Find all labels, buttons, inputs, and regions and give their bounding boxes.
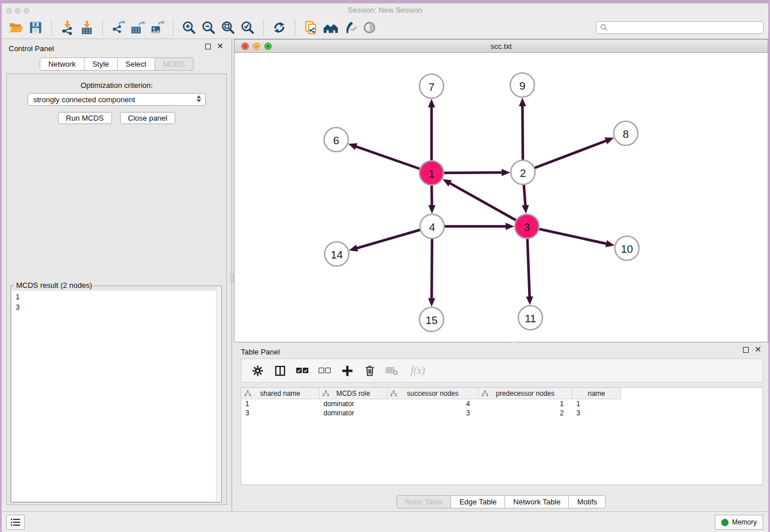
tab-motifs[interactable]: Motifs [569,495,606,508]
graph-node-11[interactable]: 11 [518,306,542,330]
settings-gear-icon[interactable] [251,364,264,377]
zoom-selected-icon[interactable] [239,19,256,36]
export-table-icon[interactable] [129,19,147,36]
svg-text:8: 8 [623,128,629,140]
graph-edge-3-1[interactable] [449,183,527,226]
select-all-icon[interactable] [296,364,309,377]
import-network-icon[interactable] [59,19,76,36]
table-cell: 1 [479,399,572,408]
task-history-button[interactable] [6,515,25,530]
table-cell: 3 [572,408,621,418]
control-panel-tabs: NetworkStyleSelectMCDS [2,57,232,71]
column-header-shared-name[interactable]: shared name [241,388,319,399]
toolbar-separator [102,20,103,36]
svg-text:2: 2 [520,167,526,179]
tab-network-table[interactable]: Network Table [505,495,569,508]
table-row[interactable]: 1dominator411 [241,399,763,408]
column-header-name[interactable]: name [572,388,621,399]
graph-node-7[interactable]: 7 [419,74,444,98]
search-input[interactable] [608,22,763,33]
svg-text:6: 6 [333,134,340,147]
svg-text:7: 7 [429,81,435,93]
edge-arrowhead-icon [502,169,510,176]
export-image-icon[interactable] [149,19,166,36]
tab-node-table[interactable]: Node Table [396,495,452,508]
network-home-icon[interactable] [322,19,339,36]
add-icon[interactable] [341,364,353,377]
float-table-panel-icon[interactable] [743,347,749,353]
mcds-panel: Optimization criterion: strongly connect… [6,74,227,505]
mcds-result-text[interactable]: 13 [12,291,220,501]
show-columns-icon[interactable] [274,364,286,377]
open-session-icon[interactable] [7,19,25,36]
network-window-title: scc.txt [234,40,768,53]
table-cell: 1 [241,399,319,408]
zoom-out-icon[interactable] [200,19,217,36]
edge-arrowhead-icon [522,205,529,214]
column-header-successor-nodes[interactable]: successor nodes [387,388,479,399]
delete-icon[interactable] [363,364,376,377]
tab-style[interactable]: Style [84,57,118,71]
apply-layout-icon[interactable] [271,19,288,36]
graph-node-14[interactable]: 14 [325,242,349,266]
tab-select[interactable]: Select [118,57,155,71]
table-panel: Table Panel ✕ [234,342,768,511]
graph-node-8[interactable]: 8 [614,121,638,145]
style-icon[interactable] [341,19,359,36]
svg-text:4: 4 [429,221,436,233]
float-panel-icon[interactable] [205,44,211,49]
tab-edge-table[interactable]: Edge Table [451,495,505,508]
main-toolbar [2,16,768,39]
table-cell: 2 [479,408,572,418]
run-mcds-button[interactable]: Run MCDS [58,112,112,124]
memory-button[interactable]: Memory [715,515,763,530]
column-header-predecessor-nodes[interactable]: predecessor nodes [479,388,572,399]
criterion-select[interactable]: strongly connected component [28,93,206,106]
table-row[interactable]: 3dominator323 [241,408,763,418]
scrollbar[interactable] [216,286,221,502]
close-panel-button[interactable]: Close panel [120,112,176,124]
svg-text:9: 9 [519,80,526,92]
close-panel-icon[interactable]: ✕ [217,41,224,51]
graphics-details-icon[interactable] [361,19,378,36]
panel-divider-grip[interactable] [230,273,234,283]
table-tabs: Node TableEdge TableNetwork TableMotifs [234,495,768,508]
toolbar-separator [295,20,295,36]
network-canvas[interactable]: 7968124314101511 [234,53,768,342]
zoom-in-icon[interactable] [180,19,198,36]
graph-node-9[interactable]: 9 [510,73,534,97]
column-header-label: successor nodes [407,390,459,398]
deselect-all-icon[interactable] [318,364,331,377]
clone-network-icon[interactable] [302,19,319,36]
graph-edge-2-8[interactable] [523,140,607,172]
graph-node-15[interactable]: 15 [419,307,444,331]
table-body: 1dominator4113dominator323 [241,399,763,418]
graph-node-2[interactable]: 2 [511,160,535,184]
graph-node-1[interactable]: 1 [419,161,444,185]
table-cell: 1 [572,399,621,408]
mcds-result-title: MCDS result (2 nodes) [14,281,94,290]
graph-node-4[interactable]: 4 [420,214,444,238]
tab-network[interactable]: Network [40,57,84,71]
export-network-icon[interactable] [110,19,127,36]
import-table-icon[interactable] [78,19,95,36]
svg-text:1: 1 [429,168,435,180]
column-header-mcds-role[interactable]: MCDS role [319,388,387,399]
network-view-window: ✕ − + scc.txt 7968124314101511 [234,39,768,342]
graph-node-3[interactable]: 3 [515,214,539,238]
table-toolbar: f(x) [241,358,763,383]
function-builder-icon[interactable]: f(x) [408,364,428,377]
graph-node-10[interactable]: 10 [615,236,639,260]
search-icon [600,24,608,32]
search-field[interactable] [596,21,764,34]
network-window-titlebar[interactable]: ✕ − + scc.txt [234,40,768,53]
svg-text:3: 3 [524,221,530,233]
table-cell: dominator [319,408,387,418]
destroy-table-icon[interactable] [386,364,398,377]
tab-mcds[interactable]: MCDS [155,57,194,71]
save-session-icon[interactable] [27,19,44,36]
zoom-fit-icon[interactable] [220,19,237,36]
close-table-panel-icon[interactable]: ✕ [754,345,761,354]
graph-node-6[interactable]: 6 [324,128,348,152]
edge-arrowhead-icon [526,296,533,305]
